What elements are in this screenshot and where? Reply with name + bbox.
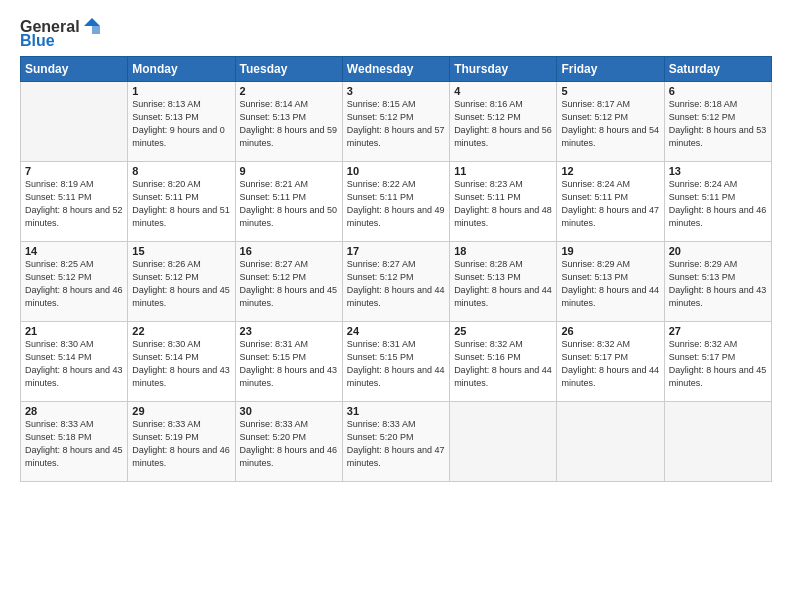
day-number: 29	[132, 405, 230, 417]
day-info: Sunrise: 8:23 AMSunset: 5:11 PMDaylight:…	[454, 178, 552, 230]
page: General Blue Sunday Monday Tuesday Wedne…	[0, 0, 792, 612]
logo: General Blue	[20, 18, 102, 50]
day-info: Sunrise: 8:33 AMSunset: 5:19 PMDaylight:…	[132, 418, 230, 470]
day-info: Sunrise: 8:16 AMSunset: 5:12 PMDaylight:…	[454, 98, 552, 150]
day-number: 1	[132, 85, 230, 97]
day-number: 10	[347, 165, 445, 177]
calendar-cell: 2Sunrise: 8:14 AMSunset: 5:13 PMDaylight…	[235, 82, 342, 162]
header-thursday: Thursday	[450, 57, 557, 82]
calendar-cell: 22Sunrise: 8:30 AMSunset: 5:14 PMDayligh…	[128, 322, 235, 402]
day-info: Sunrise: 8:28 AMSunset: 5:13 PMDaylight:…	[454, 258, 552, 310]
header-friday: Friday	[557, 57, 664, 82]
header-saturday: Saturday	[664, 57, 771, 82]
calendar-cell: 10Sunrise: 8:22 AMSunset: 5:11 PMDayligh…	[342, 162, 449, 242]
calendar-cell: 8Sunrise: 8:20 AMSunset: 5:11 PMDaylight…	[128, 162, 235, 242]
day-number: 15	[132, 245, 230, 257]
calendar-cell: 21Sunrise: 8:30 AMSunset: 5:14 PMDayligh…	[21, 322, 128, 402]
calendar-cell	[450, 402, 557, 482]
header-sunday: Sunday	[21, 57, 128, 82]
day-info: Sunrise: 8:13 AMSunset: 5:13 PMDaylight:…	[132, 98, 230, 150]
day-number: 27	[669, 325, 767, 337]
day-number: 2	[240, 85, 338, 97]
day-number: 16	[240, 245, 338, 257]
day-info: Sunrise: 8:31 AMSunset: 5:15 PMDaylight:…	[240, 338, 338, 390]
day-info: Sunrise: 8:29 AMSunset: 5:13 PMDaylight:…	[669, 258, 767, 310]
day-number: 19	[561, 245, 659, 257]
calendar-cell: 27Sunrise: 8:32 AMSunset: 5:17 PMDayligh…	[664, 322, 771, 402]
calendar-cell: 15Sunrise: 8:26 AMSunset: 5:12 PMDayligh…	[128, 242, 235, 322]
calendar-cell: 20Sunrise: 8:29 AMSunset: 5:13 PMDayligh…	[664, 242, 771, 322]
day-info: Sunrise: 8:27 AMSunset: 5:12 PMDaylight:…	[240, 258, 338, 310]
day-info: Sunrise: 8:24 AMSunset: 5:11 PMDaylight:…	[669, 178, 767, 230]
calendar-cell: 12Sunrise: 8:24 AMSunset: 5:11 PMDayligh…	[557, 162, 664, 242]
calendar-cell: 4Sunrise: 8:16 AMSunset: 5:12 PMDaylight…	[450, 82, 557, 162]
day-info: Sunrise: 8:30 AMSunset: 5:14 PMDaylight:…	[25, 338, 123, 390]
day-number: 7	[25, 165, 123, 177]
calendar-cell: 6Sunrise: 8:18 AMSunset: 5:12 PMDaylight…	[664, 82, 771, 162]
day-number: 12	[561, 165, 659, 177]
header: General Blue	[20, 18, 772, 50]
svg-marker-0	[84, 18, 100, 26]
calendar-cell: 26Sunrise: 8:32 AMSunset: 5:17 PMDayligh…	[557, 322, 664, 402]
day-info: Sunrise: 8:27 AMSunset: 5:12 PMDaylight:…	[347, 258, 445, 310]
day-number: 13	[669, 165, 767, 177]
calendar-cell: 17Sunrise: 8:27 AMSunset: 5:12 PMDayligh…	[342, 242, 449, 322]
day-number: 9	[240, 165, 338, 177]
day-info: Sunrise: 8:24 AMSunset: 5:11 PMDaylight:…	[561, 178, 659, 230]
day-number: 24	[347, 325, 445, 337]
calendar-cell	[21, 82, 128, 162]
day-info: Sunrise: 8:18 AMSunset: 5:12 PMDaylight:…	[669, 98, 767, 150]
week-row-0: 1Sunrise: 8:13 AMSunset: 5:13 PMDaylight…	[21, 82, 772, 162]
day-number: 31	[347, 405, 445, 417]
day-info: Sunrise: 8:26 AMSunset: 5:12 PMDaylight:…	[132, 258, 230, 310]
calendar-cell: 13Sunrise: 8:24 AMSunset: 5:11 PMDayligh…	[664, 162, 771, 242]
calendar-cell: 9Sunrise: 8:21 AMSunset: 5:11 PMDaylight…	[235, 162, 342, 242]
day-number: 26	[561, 325, 659, 337]
day-info: Sunrise: 8:32 AMSunset: 5:17 PMDaylight:…	[561, 338, 659, 390]
svg-marker-1	[92, 26, 100, 34]
day-number: 28	[25, 405, 123, 417]
day-info: Sunrise: 8:19 AMSunset: 5:11 PMDaylight:…	[25, 178, 123, 230]
calendar-table: Sunday Monday Tuesday Wednesday Thursday…	[20, 56, 772, 482]
calendar-cell	[664, 402, 771, 482]
day-number: 14	[25, 245, 123, 257]
day-number: 25	[454, 325, 552, 337]
day-info: Sunrise: 8:14 AMSunset: 5:13 PMDaylight:…	[240, 98, 338, 150]
day-number: 22	[132, 325, 230, 337]
calendar-cell: 25Sunrise: 8:32 AMSunset: 5:16 PMDayligh…	[450, 322, 557, 402]
logo-icon	[82, 16, 102, 36]
day-info: Sunrise: 8:33 AMSunset: 5:20 PMDaylight:…	[347, 418, 445, 470]
calendar-cell: 7Sunrise: 8:19 AMSunset: 5:11 PMDaylight…	[21, 162, 128, 242]
logo-blue: Blue	[20, 32, 55, 50]
day-number: 17	[347, 245, 445, 257]
calendar-cell: 30Sunrise: 8:33 AMSunset: 5:20 PMDayligh…	[235, 402, 342, 482]
calendar-cell: 3Sunrise: 8:15 AMSunset: 5:12 PMDaylight…	[342, 82, 449, 162]
day-info: Sunrise: 8:32 AMSunset: 5:17 PMDaylight:…	[669, 338, 767, 390]
calendar-cell: 31Sunrise: 8:33 AMSunset: 5:20 PMDayligh…	[342, 402, 449, 482]
day-info: Sunrise: 8:25 AMSunset: 5:12 PMDaylight:…	[25, 258, 123, 310]
calendar-cell: 5Sunrise: 8:17 AMSunset: 5:12 PMDaylight…	[557, 82, 664, 162]
calendar-cell: 28Sunrise: 8:33 AMSunset: 5:18 PMDayligh…	[21, 402, 128, 482]
day-number: 8	[132, 165, 230, 177]
day-number: 6	[669, 85, 767, 97]
week-row-4: 28Sunrise: 8:33 AMSunset: 5:18 PMDayligh…	[21, 402, 772, 482]
header-monday: Monday	[128, 57, 235, 82]
day-number: 21	[25, 325, 123, 337]
calendar-cell: 18Sunrise: 8:28 AMSunset: 5:13 PMDayligh…	[450, 242, 557, 322]
day-info: Sunrise: 8:31 AMSunset: 5:15 PMDaylight:…	[347, 338, 445, 390]
calendar-cell: 16Sunrise: 8:27 AMSunset: 5:12 PMDayligh…	[235, 242, 342, 322]
day-number: 18	[454, 245, 552, 257]
header-row: Sunday Monday Tuesday Wednesday Thursday…	[21, 57, 772, 82]
day-info: Sunrise: 8:17 AMSunset: 5:12 PMDaylight:…	[561, 98, 659, 150]
day-info: Sunrise: 8:32 AMSunset: 5:16 PMDaylight:…	[454, 338, 552, 390]
calendar-cell: 11Sunrise: 8:23 AMSunset: 5:11 PMDayligh…	[450, 162, 557, 242]
calendar-cell: 29Sunrise: 8:33 AMSunset: 5:19 PMDayligh…	[128, 402, 235, 482]
week-row-2: 14Sunrise: 8:25 AMSunset: 5:12 PMDayligh…	[21, 242, 772, 322]
day-info: Sunrise: 8:33 AMSunset: 5:20 PMDaylight:…	[240, 418, 338, 470]
calendar-cell	[557, 402, 664, 482]
day-info: Sunrise: 8:20 AMSunset: 5:11 PMDaylight:…	[132, 178, 230, 230]
day-number: 11	[454, 165, 552, 177]
day-info: Sunrise: 8:15 AMSunset: 5:12 PMDaylight:…	[347, 98, 445, 150]
day-info: Sunrise: 8:22 AMSunset: 5:11 PMDaylight:…	[347, 178, 445, 230]
header-tuesday: Tuesday	[235, 57, 342, 82]
